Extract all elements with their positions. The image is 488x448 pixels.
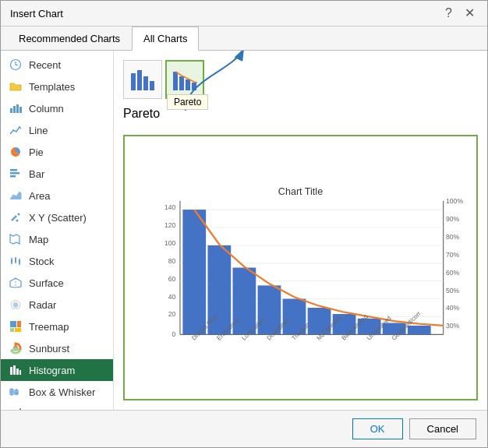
sidebar-item-line[interactable]: Line xyxy=(1,119,113,141)
sidebar-label-histogram: Histogram xyxy=(29,365,75,376)
sidebar-item-map[interactable]: Map xyxy=(1,228,113,250)
svg-text:Chart Title: Chart Title xyxy=(278,186,323,197)
line-chart-icon xyxy=(9,123,23,137)
sidebar-item-recent[interactable]: Recent xyxy=(1,54,113,76)
chart-type-icons: Pareto xyxy=(123,60,478,99)
sidebar-item-histogram[interactable]: Histogram xyxy=(1,359,113,381)
sidebar-label-stock: Stock xyxy=(29,256,55,267)
svg-rect-51 xyxy=(137,70,142,90)
svg-rect-18 xyxy=(15,259,16,262)
svg-text:40%: 40% xyxy=(446,304,460,312)
sidebar-label-sunburst: Sunburst xyxy=(29,343,69,355)
svg-text:40: 40 xyxy=(168,293,176,301)
main-panel: Pareto Pareto xyxy=(114,51,487,410)
title-bar: Insert Chart ? ✕ xyxy=(1,1,487,26)
sidebar-item-area[interactable]: Area xyxy=(1,185,113,206)
sidebar-item-waterfall[interactable]: Waterfall xyxy=(1,403,113,410)
sidebar-label-templates: Templates xyxy=(29,81,75,93)
svg-text:90%: 90% xyxy=(446,215,460,223)
surface-chart-icon xyxy=(9,276,23,290)
clock-icon xyxy=(9,58,23,72)
svg-rect-30 xyxy=(10,367,12,375)
tab-recommended[interactable]: Recommended Charts xyxy=(7,26,132,51)
sidebar-label-treemap: Treemap xyxy=(29,321,69,333)
close-button[interactable]: ✕ xyxy=(461,7,478,19)
folder-icon xyxy=(9,79,23,93)
sidebar-item-bar[interactable]: Bar xyxy=(1,163,113,185)
svg-rect-27 xyxy=(10,328,14,332)
sidebar-item-templates[interactable]: Templates xyxy=(1,76,113,97)
sidebar-item-sunburst[interactable]: Sunburst xyxy=(1,337,113,359)
help-button[interactable]: ? xyxy=(442,7,455,19)
sidebar-item-scatter[interactable]: X Y (Scatter) xyxy=(1,206,113,228)
chart-icon-histogram[interactable] xyxy=(123,60,162,99)
svg-rect-53 xyxy=(150,81,154,90)
svg-rect-50 xyxy=(131,73,136,90)
stock-chart-icon xyxy=(9,254,23,268)
chart-type-tooltip: Pareto xyxy=(167,94,208,110)
svg-rect-9 xyxy=(10,175,16,178)
svg-rect-4 xyxy=(13,106,16,113)
svg-text:80: 80 xyxy=(168,257,176,265)
svg-text:100%: 100% xyxy=(446,197,463,205)
svg-text:70%: 70% xyxy=(446,251,460,259)
sidebar-label-pie: Pie xyxy=(29,146,44,158)
svg-rect-8 xyxy=(10,172,19,175)
sidebar-item-column[interactable]: Column xyxy=(1,97,113,119)
svg-rect-32 xyxy=(16,369,19,375)
chart-preview-box: Chart Title xyxy=(123,135,478,400)
svg-text:80%: 80% xyxy=(446,233,460,241)
box-whisker-icon xyxy=(9,385,23,399)
insert-chart-dialog: Insert Chart ? ✕ Recommended Charts All … xyxy=(0,0,488,448)
tabs-bar: Recommended Charts All Charts xyxy=(1,26,487,51)
dialog-title: Insert Chart xyxy=(10,8,63,19)
area-chart-icon xyxy=(9,189,23,203)
svg-text:140: 140 xyxy=(164,203,176,211)
tab-all-charts[interactable]: All Charts xyxy=(132,26,199,51)
svg-rect-54 xyxy=(173,72,178,90)
svg-rect-57 xyxy=(192,83,196,90)
svg-text:60%: 60% xyxy=(446,269,460,277)
pie-chart-icon xyxy=(9,145,23,159)
histogram-chart-icon xyxy=(9,363,23,377)
svg-text:20: 20 xyxy=(168,310,176,318)
svg-rect-7 xyxy=(10,169,17,171)
cancel-button[interactable]: Cancel xyxy=(409,418,476,439)
sidebar-label-column: Column xyxy=(29,103,64,115)
sidebar-item-radar[interactable]: Radar xyxy=(1,294,113,316)
svg-text:50%: 50% xyxy=(446,287,460,295)
svg-rect-3 xyxy=(10,108,12,113)
svg-rect-55 xyxy=(179,76,184,90)
svg-rect-52 xyxy=(143,76,148,90)
svg-rect-26 xyxy=(17,321,21,327)
sidebar-item-pie[interactable]: Pie xyxy=(1,141,113,163)
svg-point-13 xyxy=(13,217,16,220)
svg-rect-20 xyxy=(19,260,20,263)
chart-type-name: Pareto xyxy=(123,107,160,121)
sidebar-label-radar: Radar xyxy=(29,299,56,311)
svg-text:100: 100 xyxy=(164,239,176,247)
svg-rect-71 xyxy=(182,210,206,334)
sidebar-item-stock[interactable]: Stock xyxy=(1,250,113,272)
svg-rect-33 xyxy=(19,370,21,375)
svg-rect-80 xyxy=(408,326,431,334)
sidebar-label-scatter: X Y (Scatter) xyxy=(29,212,87,224)
svg-point-12 xyxy=(18,213,20,216)
svg-text:60: 60 xyxy=(168,275,176,283)
bar-chart-icon xyxy=(9,167,23,181)
chart-icon-pareto[interactable]: Pareto xyxy=(165,60,204,99)
ok-button[interactable]: OK xyxy=(352,418,403,439)
sidebar-item-treemap[interactable]: Treemap xyxy=(1,316,113,337)
column-chart-icon xyxy=(9,101,23,115)
title-bar-controls: ? ✕ xyxy=(442,7,478,19)
sidebar-item-box[interactable]: Box & Whisker xyxy=(1,381,113,403)
scatter-chart-icon xyxy=(9,210,23,224)
sidebar-label-box: Box & Whisker xyxy=(29,386,95,398)
sidebar-label-recent: Recent xyxy=(29,59,61,71)
svg-rect-25 xyxy=(10,321,16,327)
svg-text:120: 120 xyxy=(164,221,176,229)
sidebar-item-surface[interactable]: Surface xyxy=(1,272,113,294)
radar-chart-icon xyxy=(9,298,23,312)
svg-text:0: 0 xyxy=(172,330,175,338)
svg-marker-24 xyxy=(13,302,18,307)
